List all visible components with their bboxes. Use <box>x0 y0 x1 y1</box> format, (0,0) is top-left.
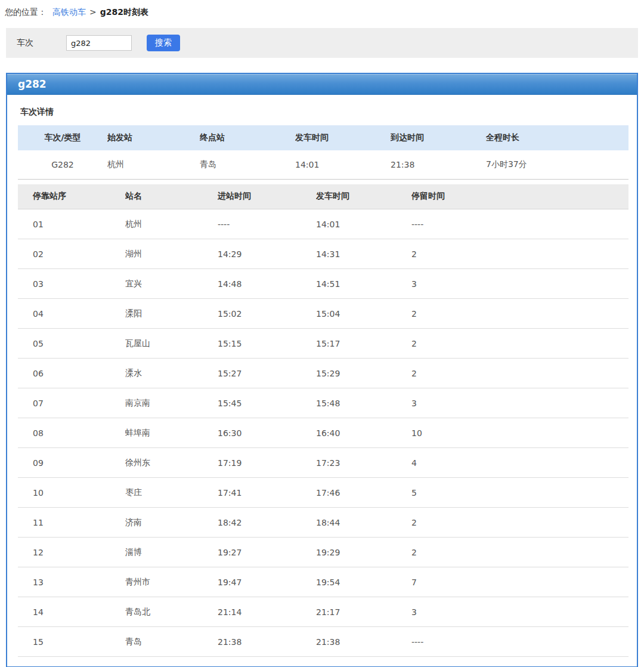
stop-dwell-time: 10 <box>411 418 628 448</box>
stop-station-name: 蚌埠南 <box>125 418 218 448</box>
stop-departure-time: 18:44 <box>316 508 411 538</box>
stop-departure-time: 19:29 <box>316 538 411 567</box>
stop-station-name: 徐州东 <box>125 448 218 478</box>
stops-col-station: 站名 <box>125 184 218 209</box>
stop-departure-time: 21:17 <box>316 597 411 627</box>
stop-departure-time: 21:38 <box>316 627 411 657</box>
stop-dwell-time: 3 <box>411 269 628 299</box>
stop-station-name: 青岛 <box>125 627 218 657</box>
summary-col-duration: 全程时长 <box>486 125 628 150</box>
stop-dwell-time: ---- <box>411 627 628 657</box>
breadcrumb-separator: > <box>89 7 97 17</box>
stop-station-name: 济南 <box>125 508 218 538</box>
stop-seq: 15 <box>18 627 125 657</box>
stop-departure-time: 15:29 <box>316 359 411 388</box>
stop-dwell-time: 4 <box>411 448 628 478</box>
stops-col-dwell: 停留时间 <box>411 184 628 209</box>
breadcrumb: 您的位置：高铁动车>g282时刻表 <box>0 0 644 18</box>
panel-title: g282 <box>7 74 637 95</box>
stop-arrival-time: 19:27 <box>218 538 316 567</box>
stop-station-name: 淄博 <box>125 538 218 567</box>
stop-seq: 04 <box>18 299 125 329</box>
stop-arrival-time: 15:02 <box>218 299 316 329</box>
stop-arrival-time: ---- <box>218 209 316 239</box>
departure-time: 14:01 <box>295 150 391 179</box>
stop-departure-time: 14:01 <box>316 209 411 239</box>
train-result-panel: g282 车次详情 车次/类型 始发站 终点站 发车时间 到达时间 全程时长 <box>6 73 638 667</box>
stop-seq: 09 <box>18 448 125 478</box>
stop-dwell-time: 2 <box>411 359 628 388</box>
summary-col-arrival: 到达时间 <box>391 125 486 150</box>
stop-station-name: 宜兴 <box>125 269 218 299</box>
stop-row: 09 徐州东 17:19 17:23 4 <box>18 448 628 478</box>
train-summary-row: G282 杭州 青岛 14:01 21:38 7小时37分 <box>18 150 628 179</box>
stop-row: 07 南京南 15:45 15:48 3 <box>18 388 628 418</box>
stop-row: 01 杭州 ---- 14:01 ---- <box>18 209 628 239</box>
train-no-input[interactable] <box>66 35 132 51</box>
stop-arrival-time: 15:15 <box>218 329 316 359</box>
stop-station-name: 枣庄 <box>125 478 218 508</box>
stop-seq: 03 <box>18 269 125 299</box>
stop-arrival-time: 15:27 <box>218 359 316 388</box>
summary-col-train-type: 车次/类型 <box>18 125 107 150</box>
summary-col-origin: 始发站 <box>107 125 200 150</box>
stop-station-name: 青岛北 <box>125 597 218 627</box>
stop-dwell-time: 2 <box>411 299 628 329</box>
stop-departure-time: 15:04 <box>316 299 411 329</box>
destination-station: 青岛 <box>200 150 295 179</box>
stop-seq: 14 <box>18 597 125 627</box>
train-number: G282 <box>18 150 107 179</box>
train-detail-section-title: 车次详情 <box>20 107 628 118</box>
origin-station: 杭州 <box>107 150 200 179</box>
stop-departure-time: 14:31 <box>316 239 411 269</box>
stop-row: 04 溧阳 15:02 15:04 2 <box>18 299 628 329</box>
breadcrumb-current-page: g282时刻表 <box>100 7 148 17</box>
stop-station-name: 溧水 <box>125 359 218 388</box>
arrival-time: 21:38 <box>391 150 486 179</box>
stop-arrival-time: 21:14 <box>218 597 316 627</box>
stop-seq: 01 <box>18 209 125 239</box>
stop-row: 14 青岛北 21:14 21:17 3 <box>18 597 628 627</box>
stop-seq: 10 <box>18 478 125 508</box>
summary-col-departure: 发车时间 <box>295 125 391 150</box>
stop-departure-time: 17:46 <box>316 478 411 508</box>
panel-body: 车次详情 车次/类型 始发站 终点站 发车时间 到达时间 全程时长 <box>7 95 637 666</box>
stop-arrival-time: 17:19 <box>218 448 316 478</box>
stop-seq: 13 <box>18 567 125 597</box>
stop-arrival-time: 17:41 <box>218 478 316 508</box>
stop-row: 15 青岛 21:38 21:38 ---- <box>18 627 628 657</box>
stop-dwell-time: 2 <box>411 329 628 359</box>
stop-seq: 08 <box>18 418 125 448</box>
stop-station-name: 溧阳 <box>125 299 218 329</box>
stop-departure-time: 16:40 <box>316 418 411 448</box>
stops-col-departure: 发车时间 <box>316 184 411 209</box>
stop-departure-time: 19:54 <box>316 567 411 597</box>
stop-dwell-time: 7 <box>411 567 628 597</box>
stops-table: 停靠站序 站名 进站时间 发车时间 停留时间 01 杭州 ---- <box>18 184 628 657</box>
stop-dwell-time: 2 <box>411 538 628 567</box>
stop-departure-time: 15:48 <box>316 388 411 418</box>
stop-dwell-time: 3 <box>411 388 628 418</box>
stop-seq: 02 <box>18 239 125 269</box>
stop-departure-time: 15:17 <box>316 329 411 359</box>
stop-dwell-time: 2 <box>411 239 628 269</box>
stop-row: 13 青州市 19:47 19:54 7 <box>18 567 628 597</box>
train-no-label: 车次 <box>17 38 33 48</box>
stop-row: 12 淄博 19:27 19:29 2 <box>18 538 628 567</box>
stop-departure-time: 17:23 <box>316 448 411 478</box>
stop-seq: 07 <box>18 388 125 418</box>
stop-station-name: 湖州 <box>125 239 218 269</box>
train-summary-table: 车次/类型 始发站 终点站 发车时间 到达时间 全程时长 G282 杭州 青岛 … <box>18 125 628 180</box>
summary-col-destination: 终点站 <box>200 125 295 150</box>
stop-arrival-time: 14:48 <box>218 269 316 299</box>
search-button[interactable]: 搜索 <box>147 35 180 51</box>
stops-col-arrival: 进站时间 <box>218 184 316 209</box>
total-duration: 7小时37分 <box>486 150 628 179</box>
page: 您的位置：高铁动车>g282时刻表 车次 搜索 g282 车次详情 车次/类型 … <box>0 0 644 667</box>
stop-arrival-time: 15:45 <box>218 388 316 418</box>
stop-station-name: 瓦屋山 <box>125 329 218 359</box>
stop-station-name: 南京南 <box>125 388 218 418</box>
breadcrumb-link-gaotiedongche[interactable]: 高铁动车 <box>52 7 86 17</box>
stop-arrival-time: 18:42 <box>218 508 316 538</box>
stop-departure-time: 14:51 <box>316 269 411 299</box>
